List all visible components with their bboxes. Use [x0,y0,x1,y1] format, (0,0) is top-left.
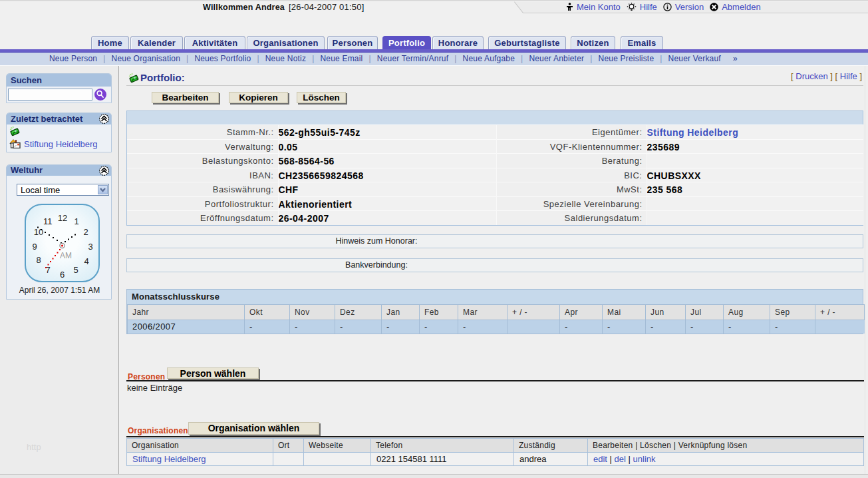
svg-text:12: 12 [58,213,67,223]
svg-text:10: 10 [34,227,43,237]
svg-text:5: 5 [73,265,78,275]
svg-text:3: 3 [88,242,92,252]
svg-text:7: 7 [45,265,50,275]
svg-text:2: 2 [83,227,88,237]
svg-text:6: 6 [60,270,65,280]
svg-text:8: 8 [36,255,41,265]
svg-text:11: 11 [43,216,53,226]
svg-text:4: 4 [84,256,88,266]
svg-text:AM: AM [60,251,72,260]
svg-text:9: 9 [32,242,37,252]
svg-text:1: 1 [74,216,78,226]
